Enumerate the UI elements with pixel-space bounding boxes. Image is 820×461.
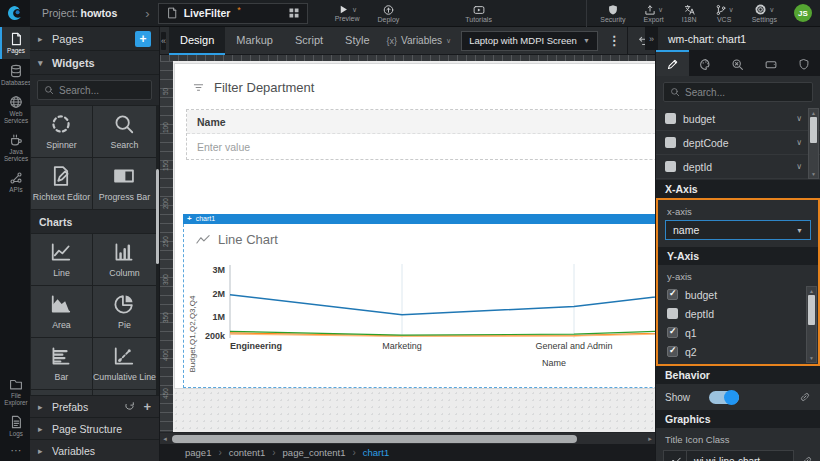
rail-item-more[interactable]: ⋯ xyxy=(0,442,30,461)
y-axis-option-q1[interactable]: q1 xyxy=(658,323,818,342)
chevron-down-icon[interactable]: ∨ xyxy=(796,114,802,123)
breadcrumb-item-page-content1[interactable]: page_content1 xyxy=(283,447,346,458)
widget-tile-spinner[interactable]: Spinner xyxy=(31,106,92,157)
collapse-left-panel-button[interactable]: « xyxy=(161,32,166,50)
properties-search-input[interactable] xyxy=(685,87,806,98)
scroll-down-arrow[interactable]: ▼ xyxy=(809,354,814,362)
show-toggle[interactable] xyxy=(709,391,739,404)
variables-section-header[interactable]: ▸ Variables xyxy=(30,439,159,461)
rail-item-apis[interactable]: APIs xyxy=(0,166,30,198)
vcs-button[interactable]: ∨ VCS xyxy=(706,0,743,27)
y-axis-checkbox[interactable] xyxy=(667,346,678,357)
security-button[interactable]: Security xyxy=(591,0,634,27)
widget-tile-pie-chart[interactable]: Pie xyxy=(93,286,156,337)
add-prefab-icon[interactable]: + xyxy=(143,399,151,414)
page-preview[interactable]: Filter Department Name + chart1 xyxy=(174,63,655,389)
prefabs-section-header[interactable]: ▸ Prefabs + xyxy=(30,395,159,417)
collapse-right-panel-button[interactable]: » xyxy=(645,27,658,50)
field-checkbox[interactable] xyxy=(665,137,676,148)
y-axis-checkbox[interactable] xyxy=(667,289,678,300)
app-logo[interactable] xyxy=(0,0,30,27)
scroll-left-arrow[interactable]: ◂ xyxy=(160,435,170,443)
widget-tile-bubble-chart[interactable] xyxy=(93,390,156,395)
rail-item-java-services[interactable]: Java Services xyxy=(0,128,30,166)
chart-widget-body[interactable]: Line Chart 3M2M1M200kEngineeringMarketin… xyxy=(183,224,655,388)
widget-tile-line-chart[interactable]: Line xyxy=(31,234,92,285)
bind-property-icon[interactable] xyxy=(801,455,813,461)
tab-styles[interactable] xyxy=(689,50,722,76)
widget-tile-column-chart[interactable]: Column xyxy=(93,234,156,285)
breadcrumb-item-content1[interactable]: content1 xyxy=(229,447,265,458)
add-page-button[interactable]: + xyxy=(135,31,151,47)
breadcrumb-item-chart1[interactable]: chart1 xyxy=(363,447,389,458)
tab-security[interactable] xyxy=(787,50,820,76)
scroll-right-arrow[interactable]: ▸ xyxy=(645,435,655,443)
move-icon[interactable]: + xyxy=(187,215,192,223)
y-axis-option-q2[interactable]: q2 xyxy=(658,342,818,361)
user-avatar[interactable]: JS xyxy=(794,4,812,22)
title-icon-class-input[interactable]: wi wi-line-chart xyxy=(687,450,794,461)
tab-search-replace[interactable] xyxy=(722,50,755,76)
tab-markup[interactable]: Markup xyxy=(225,27,284,55)
tab-style[interactable]: Style xyxy=(334,27,380,55)
pages-grid-icon[interactable] xyxy=(288,7,300,19)
chevron-down-icon[interactable]: ∨ xyxy=(796,162,802,171)
widget-tile-richtext-editor[interactable]: Richtext Editor xyxy=(31,158,92,209)
field-row-deptcode[interactable]: deptCode ∨ xyxy=(656,131,820,155)
breadcrumb-item-page1[interactable]: page1 xyxy=(185,447,211,458)
y-axis-checkbox[interactable] xyxy=(667,327,678,338)
page-structure-section-header[interactable]: ▸ Page Structure xyxy=(30,417,159,439)
widget-search-input[interactable] xyxy=(59,85,145,96)
canvas-viewport[interactable]: Filter Department Name + chart1 xyxy=(173,61,655,432)
horizontal-scrollbar-thumb[interactable] xyxy=(172,435,577,443)
x-axis-select[interactable]: name ▼ xyxy=(665,220,811,240)
widgets-section-header[interactable]: ▾ Widgets xyxy=(30,51,159,75)
widget-tile-cumulative-line-chart[interactable]: Cumulative Line xyxy=(93,338,156,389)
name-filter-input[interactable] xyxy=(197,141,655,153)
widget-tile-area-chart[interactable]: Area xyxy=(31,286,92,337)
widget-tile-gauge-chart[interactable] xyxy=(31,390,92,395)
scroll-down-arrow[interactable]: ▼ xyxy=(811,170,816,178)
rail-item-logs[interactable]: Logs xyxy=(0,410,30,442)
page-tab-livefilter[interactable]: LiveFilter * xyxy=(158,3,308,24)
scroll-up-arrow[interactable]: ▲ xyxy=(811,109,816,117)
field-row-budget[interactable]: budget ∨ xyxy=(656,107,820,131)
widget-tile-bar-chart[interactable]: Bar xyxy=(31,338,92,389)
fields-scrollbar[interactable]: ▲ ▼ xyxy=(808,108,819,179)
rail-item-web-services[interactable]: Web Services xyxy=(0,90,30,128)
widget-tile-search[interactable]: Search xyxy=(93,106,156,157)
tab-script[interactable]: Script xyxy=(284,27,334,55)
field-row-location[interactable]: location ∨ xyxy=(656,179,820,180)
chevron-down-icon[interactable]: ∨ xyxy=(796,138,802,147)
fields-scrollbar-thumb[interactable] xyxy=(810,117,817,143)
y-axis-checkbox[interactable] xyxy=(667,308,678,319)
y-axis-scrollbar[interactable]: ▲ ▼ xyxy=(806,286,817,363)
y-axis-option-budget[interactable]: budget xyxy=(658,285,818,304)
variables-dropdown[interactable]: {x} Variables ∨ xyxy=(381,35,458,46)
preview-button[interactable]: ∨ Preview xyxy=(326,0,369,27)
export-button[interactable]: ∨ Export xyxy=(635,0,673,27)
y-axis-scrollbar-thumb[interactable] xyxy=(808,295,815,325)
livefilter-header[interactable]: Filter Department xyxy=(175,64,655,95)
tab-design[interactable]: Design xyxy=(169,27,225,55)
tab-devices[interactable] xyxy=(754,50,787,76)
tutorials-button[interactable]: Tutorials xyxy=(456,0,501,27)
y-axis-option-q3[interactable]: q3 xyxy=(658,361,818,364)
device-selector[interactable]: Laptop with MDPI Screen ▼ xyxy=(461,31,598,51)
y-axis-option-deptid[interactable]: deptId xyxy=(658,304,818,323)
tab-properties[interactable] xyxy=(656,50,689,76)
refresh-icon[interactable] xyxy=(124,401,135,412)
left-panel-scrollbar-thumb[interactable] xyxy=(156,169,159,264)
field-row-deptid[interactable]: deptId ∨ xyxy=(656,155,820,179)
pages-section-header[interactable]: ▸ Pages + xyxy=(30,27,159,51)
field-checkbox[interactable] xyxy=(665,161,676,172)
livefilter-field-panel[interactable]: Name xyxy=(186,109,655,160)
bind-property-icon[interactable] xyxy=(799,391,811,403)
deploy-button[interactable]: Deploy xyxy=(369,0,409,27)
more-options-button[interactable]: ⋮ xyxy=(602,33,627,48)
field-checkbox[interactable] xyxy=(665,113,676,124)
chart-widget[interactable]: + chart1 Line Chart 3M2M1M200kEngineerin… xyxy=(183,214,655,388)
scroll-up-arrow[interactable]: ▲ xyxy=(809,287,814,295)
widget-tile-progress-bar[interactable]: Progress Bar xyxy=(93,158,156,209)
rail-item-pages[interactable]: Pages xyxy=(0,27,30,59)
